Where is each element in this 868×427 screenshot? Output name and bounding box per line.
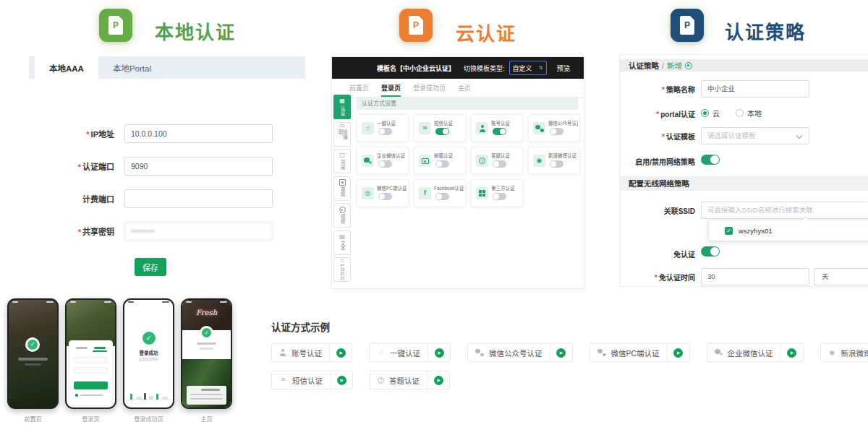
portal-option-云[interactable]: 云 [701,108,720,118]
play-button-area [427,376,449,385]
play-icon[interactable] [435,348,444,358]
sidebar-item-认证[interactable]: 认证 [333,95,351,119]
auth-method-label: 微信PC端认证 [377,184,407,191]
field-input[interactable]: 10.0.0.100 [124,124,273,143]
save-button[interactable]: 保存 [135,258,166,276]
auth-method-icon-tile [476,155,488,167]
ssid-search-input[interactable]: 可直接输入SSID名称进行搜索关联 [701,202,868,219]
sidebar-item-轮播图[interactable]: 轮播图 [333,122,351,147]
sidebar-item-文本[interactable]: 文本 [333,230,351,255]
tab-本地AAA[interactable]: 本地AAA [35,56,98,79]
toggle-邮箱认证[interactable] [435,160,449,168]
example-chip-微信PC端认证[interactable]: 微信PC端认证 [590,343,690,362]
play-icon[interactable] [434,376,443,385]
sidebar-item-LOGO[interactable]: LOGO [333,257,351,282]
ssid-option[interactable]: wszyhys01 [739,227,772,235]
template-type-select[interactable]: 自定义 [509,61,547,75]
free-auth-toggle[interactable] [701,246,720,256]
auth-method-label: 邮箱认证 [434,152,464,159]
auth-method-card: 微信PC端认证 [357,179,409,207]
example-chip-企业微信认证[interactable]: 企业微信认证 [707,343,804,362]
play-icon[interactable] [787,348,796,358]
local-auth-icon: P [99,9,132,42]
example-chip-短信认证[interactable]: 短信认证 [271,371,353,389]
template-editor-topbar: 模板名【中小企业云认证】 切换模板类型: 自定义 预览 [332,57,584,79]
fresh-sign-text: Fresh [182,309,231,316]
toggle-答题认证[interactable] [493,160,506,168]
sidebar-item-label: 背景 [340,160,345,171]
policy-name-input[interactable]: 中小企业 [701,80,809,98]
portal-option-本地[interactable]: 本地 [736,108,762,118]
example-chip-微信公众号认证[interactable]: 微信公众号认证 [467,343,573,362]
sidebar-item-单图[interactable]: 单图 [333,176,351,201]
breadcrumb-new-link[interactable]: 新增 [667,60,682,71]
login-success-text: 登录成功 [124,349,173,356]
enable-network-policy-toggle[interactable] [701,155,720,165]
example-chip-账号认证[interactable]: 账号认证 [271,343,352,362]
wecom-icon [364,158,372,165]
play-icon[interactable] [337,376,346,385]
template-editor-sidebar: 认证轮播图背景单图视频文本LOGO [333,95,351,282]
play-button-area [668,348,689,358]
auth-examples-row: 短信认证答题认证 [271,371,868,389]
auth-template-label: *认证模板 [620,131,695,142]
toggle-第三方认证[interactable] [493,193,506,200]
template-page-tabs: 前置页登录页登录成功页主页 [332,79,584,98]
field-input[interactable]: •••••••• [124,222,273,241]
auth-method-card: 短信认证 [414,114,466,142]
field-label: *共享密钥 [29,225,124,237]
toggle-微信公众号认证[interactable] [550,128,563,135]
video-icon [339,207,346,213]
cloud-auth-icon: P [399,9,433,42]
toggle-企业微信认证[interactable] [378,160,392,168]
page: P 本地认证 P 云认证 P 认证策略 本地AAA本地Portal *IP地址1… [0,0,868,427]
example-chip-答题认证[interactable]: 答题认证 [370,371,450,389]
sidebar-item-视频[interactable]: 视频 [333,203,351,228]
auth-method-label: 第三方认证 [491,184,521,191]
chevron-down-icon [796,133,802,139]
preview-button[interactable]: 预览 [557,63,571,73]
toggle-账号认证[interactable] [493,128,506,135]
free-auth-time-input[interactable]: 30 [701,268,809,285]
auth-template-select[interactable]: 请选择认证模板 [701,127,809,145]
required-asterisk: * [86,130,89,139]
auth-method-icon-tile [533,122,545,134]
example-chip-新浪微博认证[interactable]: 新浪微博认证 [820,343,868,362]
ssid-checkbox[interactable] [725,227,733,235]
auth-method-label: 一键认证 [377,119,407,126]
example-chip-一键认证[interactable]: 一键认证 [369,343,451,362]
sidebar-item-背景[interactable]: 背景 [333,149,351,173]
tab-本地Portal[interactable]: 本地Portal [98,56,166,79]
sidebar-item-label: 单图 [340,186,345,197]
auth-method-icon-tile [419,122,431,134]
toggle-新浪微博认证[interactable] [550,160,563,168]
example-chip-label: 一键认证 [390,348,420,358]
tab-登录成功页[interactable]: 登录成功页 [413,79,446,97]
auth-policy-panel: 认证策略 / 新增 *策略名称 中小企业 *portal认证 云本地 *认证模板… [619,54,868,287]
field-input[interactable]: 9090 [124,157,273,176]
enable-network-policy-label: 启用/禁用网络策略 [620,156,695,167]
ssid-dropdown: wszyhys01 [708,220,868,241]
toggle-一键认证[interactable] [378,128,392,135]
example-chip-label: 微信公众号认证 [489,348,542,358]
example-chip-label: 短信认证 [292,375,323,386]
toggle-微信PC端认证[interactable] [378,193,392,200]
tab-主页[interactable]: 主页 [458,79,471,97]
play-button-area [781,348,803,358]
weibo-icon [535,157,543,165]
tab-前置页[interactable]: 前置页 [349,79,369,97]
field-input[interactable] [124,189,273,208]
template-name: 模板名【中小企业云认证】 [377,64,455,73]
play-icon[interactable] [556,348,566,358]
required-asterisk: * [78,163,81,171]
radio-icon[interactable] [736,109,744,117]
required-asterisk: * [78,228,81,236]
toggle-Facebook认证[interactable] [435,193,449,200]
play-icon[interactable] [673,348,683,358]
tab-登录页[interactable]: 登录页 [381,79,401,97]
radio-icon[interactable] [701,109,709,117]
toggle-短信认证[interactable] [435,128,449,135]
target-icon [364,189,372,197]
play-icon[interactable] [336,348,346,358]
policy-name-label: *策略名称 [620,84,695,95]
